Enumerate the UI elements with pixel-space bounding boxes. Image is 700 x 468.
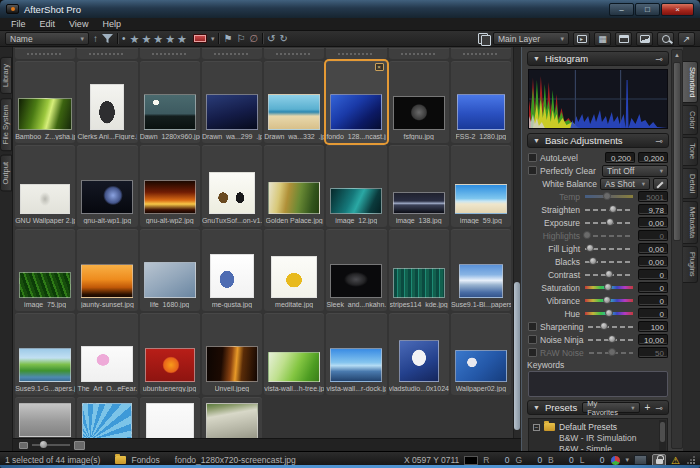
layer-select[interactable]: Main Layer ▾ (493, 32, 569, 45)
presets-scrollbar-thumb[interactable] (660, 422, 665, 442)
image-cell[interactable]: The_Art_O...eFear.jpg (77, 313, 137, 395)
current-folder[interactable]: Fondos (131, 455, 159, 465)
image-cell[interactable]: Drawn_wa...299_.jpg (202, 61, 262, 143)
perfectly-clear-select[interactable]: Tint Off ▾ (602, 165, 668, 177)
image-cell-partial[interactable] (326, 48, 386, 59)
image-cell[interactable]: GNU Wallpaper 2.jpg (15, 145, 75, 227)
highlights-slider[interactable] (585, 231, 633, 240)
histogram-header[interactable]: ▼ Histogram ⊸ (527, 51, 669, 66)
slider-handle[interactable] (603, 296, 611, 304)
noise-ninja-checkbox[interactable] (528, 335, 537, 344)
slider-handle[interactable] (605, 270, 613, 278)
preset-item[interactable]: B&W - IR Simulation (533, 433, 667, 444)
image-cell[interactable]: Dawn_1280x960.jpg (140, 61, 200, 143)
pin-icon[interactable]: ⊸ (655, 403, 663, 413)
tree-collapse-icon[interactable]: − (533, 424, 540, 431)
slider-handle[interactable] (583, 231, 591, 239)
saturation-value[interactable]: 0 (638, 282, 668, 293)
vibrance-value[interactable]: 0 (638, 295, 668, 306)
temp-value[interactable]: 5001 (638, 191, 668, 202)
slider-handle[interactable] (608, 335, 616, 343)
star-icon[interactable]: ★ (177, 32, 189, 46)
perfectly-clear-checkbox[interactable] (528, 166, 537, 175)
highlights-value[interactable]: 0 (638, 230, 668, 241)
image-cell[interactable]: FSS-2_1280.jpg (451, 61, 511, 143)
filter-icon[interactable] (102, 30, 113, 48)
saturation-slider[interactable] (585, 283, 633, 292)
temp-slider[interactable] (585, 192, 633, 201)
noise-ninja-slider[interactable] (588, 335, 633, 344)
panel-tab-detail[interactable]: Detail (683, 168, 698, 199)
panel-tab-plugins[interactable]: Plugins (683, 246, 698, 283)
preset-folder-row[interactable]: − Default Presets (533, 421, 667, 433)
fill-light-value[interactable]: 0,00 (638, 243, 668, 254)
thumbnail-view-button[interactable]: ▦ (594, 32, 611, 46)
color-management-icon[interactable] (610, 455, 621, 466)
proof-icon[interactable] (634, 455, 647, 465)
image-cell[interactable]: fsfgnu.jpg (389, 61, 449, 143)
presets-favorites-select[interactable]: My Favorites ▾ (582, 402, 639, 413)
sidebar-tab-file-system[interactable]: File System (0, 98, 12, 151)
presets-header[interactable]: ▼ Presets My Favorites ▾ + ⊸ (527, 400, 669, 415)
thumbnail-size-handle[interactable] (40, 441, 47, 448)
panel-tab-standard[interactable]: Standard (683, 61, 698, 103)
layers-icon[interactable] (478, 33, 489, 44)
image-cell[interactable]: Golden Palace.jpg (264, 145, 324, 227)
raw-noise-checkbox[interactable] (528, 348, 537, 357)
flag-reject-icon[interactable]: ⚐ (236, 32, 245, 46)
close-button[interactable]: × (661, 3, 694, 16)
autolevel-value-1[interactable]: 0,200 (605, 152, 635, 163)
image-cell[interactable] (202, 397, 262, 438)
eyedropper-button[interactable] (653, 178, 668, 190)
slider-handle[interactable] (586, 244, 594, 252)
autolevel-checkbox[interactable] (528, 153, 537, 162)
image-view-button[interactable] (636, 32, 653, 46)
image-cell[interactable]: Suse9.1-G...apers.jpg (15, 313, 75, 395)
slider-handle[interactable] (589, 257, 597, 265)
flag-icon[interactable]: ⚑ (223, 32, 232, 46)
color-label-dropdown-icon[interactable]: ▾ (211, 35, 215, 43)
menu-item-file[interactable]: File (4, 18, 33, 31)
image-cell[interactable]: ubuntuenergy.jpg (140, 313, 200, 395)
slideshow-button[interactable]: ▸ (573, 32, 590, 46)
image-cell[interactable]: life_1680.jpg (140, 229, 200, 311)
star-icon[interactable]: ★ (130, 32, 142, 46)
image-cell[interactable]: vista-wall...h-tree.jpg (264, 313, 324, 395)
slider-handle[interactable] (609, 205, 617, 213)
slider-handle[interactable] (606, 218, 614, 226)
fullscreen-button[interactable]: ↗ (678, 32, 695, 46)
image-cell[interactable] (140, 397, 200, 438)
exposure-value[interactable]: 0,00 (638, 217, 668, 228)
image-cell[interactable]: meditate.jpg (264, 229, 324, 311)
hue-value[interactable]: 0 (638, 308, 668, 319)
sharpening-value[interactable]: 100 (638, 321, 668, 332)
star-icon[interactable]: ★ (153, 32, 165, 46)
image-cell[interactable]: Unveil.jpeg (202, 313, 262, 395)
menu-item-edit[interactable]: Edit (33, 18, 63, 31)
vibrance-slider[interactable] (585, 296, 633, 305)
image-cell[interactable]: me-gusta.jpg (202, 229, 262, 311)
basic-adjustments-header[interactable]: ▼ Basic Adjustments ⊸ (527, 133, 669, 148)
slider-handle[interactable] (600, 322, 608, 330)
scroll-up-icon[interactable]: ▲ (672, 50, 682, 60)
chevron-down-icon[interactable]: ▾ (626, 456, 630, 464)
pin-icon[interactable]: ⊸ (655, 136, 663, 146)
sharpening-slider[interactable] (588, 322, 633, 331)
image-cell-partial[interactable] (264, 48, 324, 59)
straighten-value[interactable]: 9,78 (638, 204, 668, 215)
slider-handle[interactable] (604, 283, 612, 291)
panel-scrollbar-thumb[interactable] (673, 62, 681, 241)
image-cell[interactable]: Drawn_wa...332_.jpg (264, 61, 324, 143)
rotate-right-icon[interactable]: ↻ (279, 32, 287, 46)
fill-light-slider[interactable] (585, 244, 633, 253)
rotate-left-icon[interactable]: ↺ (267, 32, 275, 46)
panel-tab-color[interactable]: Color (683, 105, 698, 135)
sort-direction-icon[interactable]: ↑ (93, 32, 98, 46)
image-cell-partial[interactable] (389, 48, 449, 59)
image-cell[interactable]: image_12.jpg (326, 145, 386, 227)
thumbnail-size-slider[interactable] (32, 444, 70, 446)
image-cell[interactable]: vladstudio...0x1024.jpg (389, 313, 449, 395)
image-cell[interactable] (77, 397, 137, 438)
image-cell[interactable]: vista-wall...r-dock.jpg (326, 313, 386, 395)
slider-handle[interactable] (608, 348, 616, 356)
